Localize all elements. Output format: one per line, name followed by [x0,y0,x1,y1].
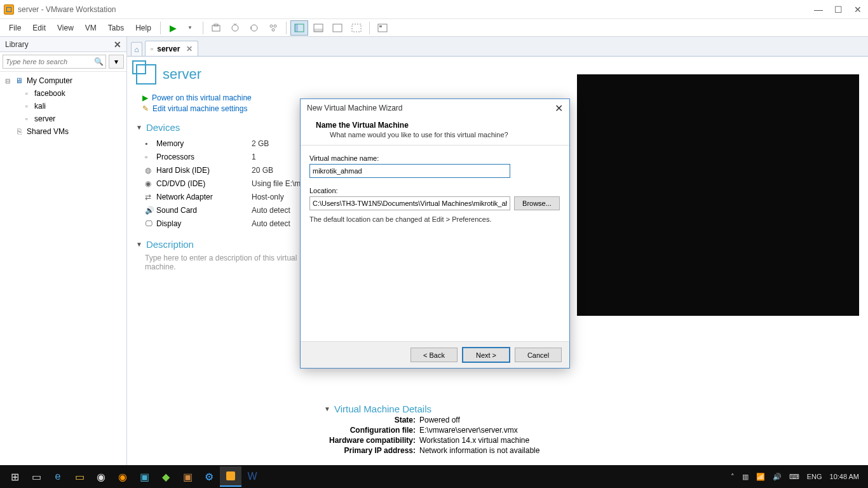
svg-point-2 [232,25,238,31]
tree-shared-vms[interactable]: ⎘ Shared VMs [0,125,126,138]
menu-separator [160,22,161,34]
taskbar-app-word[interactable]: W [241,466,263,487]
vm-name-input[interactable] [309,164,510,178]
detail-label: Hardware compatibility: [324,436,419,445]
snapshot-take-button[interactable] [226,20,244,36]
device-icon: 🖵 [145,219,156,228]
vm-icon: ▫ [22,114,32,123]
browse-button[interactable]: Browse... [514,196,560,210]
snapshot-button[interactable] [207,20,225,36]
tray-volume-icon[interactable]: 🔊 [773,473,782,481]
menu-vm[interactable]: VM [80,21,102,35]
close-tab-button[interactable]: ✕ [186,44,193,53]
taskbar-app-cmd[interactable]: ▣ [133,466,155,487]
vm-tab-server[interactable]: ▫ server ✕ [145,41,198,56]
view-unity-button[interactable] [348,20,365,36]
taskbar-app-generic1[interactable]: ◆ [155,466,177,487]
tray-clock[interactable]: 10:48 AM [830,473,859,480]
menu-tabs[interactable]: Tabs [103,21,129,35]
vm-tab-label: server [157,44,180,53]
library-panel: Library ✕ 🔍 ▾ ⊟ 🖥 My Computer ▫ facebook… [0,37,127,465]
details-section-header[interactable]: ▼ Virtual Machine Details [324,403,859,414]
tree-item-label: facebook [34,89,65,98]
dialog-hint: The default location can be changed at E… [309,215,560,223]
view-sidebar-button[interactable] [290,20,308,36]
tree-my-computer[interactable]: ⊟ 🖥 My Computer [0,74,126,87]
device-name: Hard Disk (IDE) [156,166,252,175]
menu-file[interactable]: File [4,21,26,35]
device-value: 1 [252,152,256,161]
expand-icon [4,128,11,135]
tray-wifi-icon[interactable]: 📶 [756,473,765,481]
taskbar-app-edge[interactable]: e [47,466,69,487]
tray-language[interactable]: ENG [807,473,822,480]
tree-item-kali[interactable]: ▫ kali [0,100,126,112]
taskbar-app-settings[interactable]: ⚙ [198,466,220,487]
device-name: Processors [156,152,252,161]
device-value: Auto detect [252,206,290,215]
taskbar-app-firefox[interactable]: ◉ [112,466,133,487]
search-filter-button[interactable]: ▾ [109,55,124,69]
back-button[interactable]: < Back [410,348,458,362]
vm-tab-icon: ▫ [151,44,153,53]
library-title: Library [5,40,29,49]
menu-view[interactable]: View [52,21,79,35]
taskbar-app-generic2[interactable]: ▣ [177,466,198,487]
play-icon: ▶ [142,93,148,102]
edit-settings-label: Edit virtual machine settings [153,104,247,113]
detail-state: State: Powered off [324,416,859,424]
caret-down-icon: ▼ [136,124,142,131]
detail-hw: Hardware compatibility: Workstation 14.x… [324,436,859,445]
maximize-button[interactable]: ☐ [834,4,843,15]
taskbar-app-explorer[interactable]: ▭ [69,466,90,487]
tree-item-facebook[interactable]: ▫ facebook [0,87,126,100]
tray-battery-icon[interactable]: ▥ [742,473,749,481]
cancel-button[interactable]: Cancel [515,348,562,362]
tray-keyboard-icon[interactable]: ⌨ [789,473,799,481]
power-button[interactable]: ▶ [165,20,182,36]
vm-icon: ▫ [22,89,32,98]
tree-item-server[interactable]: ▫ server [0,112,126,125]
caret-down-icon: ▼ [324,405,330,412]
vm-icon: ▫ [22,102,32,111]
view-fullscreen-button[interactable] [329,20,346,36]
dialog-title: New Virtual Machine Wizard [307,104,403,112]
device-value: 20 GB [252,166,273,175]
device-name: Display [156,219,252,228]
start-button[interactable]: ⊞ [4,466,25,487]
taskbar-app-chrome[interactable]: ◉ [90,466,112,487]
device-icon: ▫ [145,152,156,161]
caret-down-icon: ▼ [136,241,142,248]
view-thumbnail-button[interactable] [309,20,327,36]
detail-value: Network information is not available [419,446,539,455]
library-close-button[interactable]: ✕ [114,39,121,50]
dialog-close-button[interactable]: ✕ [555,102,563,114]
tray-chevron-icon[interactable]: ˄ [731,473,735,481]
close-window-button[interactable]: ✕ [854,4,862,15]
menu-separator [286,22,287,34]
vm-preview-screen[interactable] [577,74,859,316]
snapshot-revert-button[interactable] [245,20,263,36]
home-tab[interactable]: ⌂ [131,42,142,56]
task-view-button[interactable]: ▭ [25,466,47,487]
svg-rect-14 [379,25,382,27]
device-icon: ▪ [145,139,156,148]
power-dropdown[interactable]: ▼ [181,20,199,36]
svg-rect-11 [333,24,342,32]
location-input[interactable] [309,196,510,210]
view-console-button[interactable] [374,20,391,36]
detail-value: Workstation 14.x virtual machine [419,436,529,445]
library-search-input[interactable] [3,55,106,69]
next-button[interactable]: Next > [463,348,510,362]
dialog-subheading: What name would you like to use for this… [330,131,569,139]
taskbar-app-vmware[interactable] [220,466,241,487]
snapshot-manager-button[interactable] [264,20,282,36]
expand-icon[interactable]: ⊟ [4,78,11,85]
minimize-button[interactable]: — [814,4,823,15]
menu-edit[interactable]: Edit [27,21,51,35]
menu-help[interactable]: Help [130,21,156,35]
tree-shared-label: Shared VMs [27,127,69,136]
vm-name-heading: server [163,66,201,83]
description-placeholder[interactable]: Type here to enter a description of this… [145,254,297,271]
svg-point-4 [270,25,273,27]
